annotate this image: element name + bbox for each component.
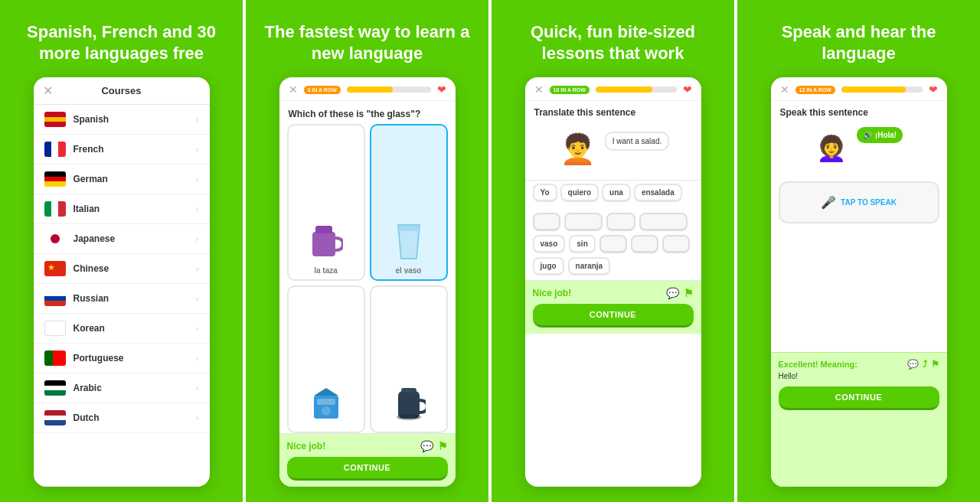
bank-chip-naranja[interactable]: naranja (568, 257, 611, 275)
bank-chip-ensalada[interactable]: ensalada (639, 213, 688, 231)
excellent-text-4: Excellent! Meaning: (779, 360, 858, 369)
continue-button-4[interactable]: CONTINUE (779, 386, 939, 410)
course-item-dutch[interactable]: Dutch › (34, 403, 210, 433)
phone-2: ✕ 3 IN A ROW ❤ Which of these is "the gl… (279, 77, 456, 487)
bank-chip-jugo[interactable]: jugo (533, 257, 564, 275)
progress-bar-3 (596, 86, 677, 93)
quiz-option-vaso[interactable]: el vaso (370, 124, 448, 281)
course-item-russian[interactable]: Russian › (34, 284, 210, 314)
speak-char-area-4: 👩‍🦱 🔊 ¡Hola! (771, 121, 947, 175)
course-item-french[interactable]: French › (34, 135, 210, 165)
nice-job-2: Nice job! 💬 ⚑ (287, 440, 448, 452)
panel-3: Quick, fun bite-sized lessons that work … (488, 0, 734, 502)
course-name-italian: Italian (74, 204, 196, 214)
streak-badge-2: 3 IN A ROW (304, 86, 341, 94)
course-item-japanese[interactable]: Japanese › (34, 224, 210, 254)
bubble-icon-4[interactable]: 💬 (907, 359, 919, 370)
course-name-japanese: Japanese (74, 233, 196, 244)
nice-job-3: Nice job! 💬 ⚑ (533, 287, 694, 299)
progress-bar-4 (841, 86, 923, 93)
bubble-icon-3[interactable]: 💬 (666, 287, 679, 299)
bottom-bar-2: Nice job! 💬 ⚑ CONTINUE (279, 433, 456, 487)
flag-arabic (44, 380, 66, 396)
course-name-french: French (74, 144, 196, 155)
bubble-icon-2[interactable]: 💬 (420, 440, 433, 452)
close-icon-3[interactable]: ✕ (534, 83, 544, 96)
course-list: Spanish › French › German › Italian › (34, 105, 210, 487)
flag-russian (44, 291, 66, 306)
close-icon-4[interactable]: ✕ (780, 83, 789, 96)
character-3: 🧑‍🦱 (557, 124, 599, 174)
course-name-spanish: Spanish (74, 114, 196, 125)
nice-job-icons-2: 💬 ⚑ (420, 440, 448, 452)
answer-chip-quiero[interactable]: quiero (560, 184, 599, 202)
panel-3-title: Quick, fun bite-sized lessons that work (507, 21, 719, 64)
progress-fill-2 (347, 86, 393, 93)
quiz-option-taza[interactable]: la taza (287, 124, 365, 281)
course-item-chinese[interactable]: Chinese › (34, 254, 210, 284)
svg-rect-2 (400, 225, 418, 231)
flag-dutch (44, 410, 66, 425)
course-item-portuguese[interactable]: Portuguese › (34, 344, 210, 373)
nice-job-text-2: Nice job! (287, 441, 326, 451)
flag-icon-4[interactable]: ⚑ (931, 359, 939, 370)
answer-chip-yo[interactable]: Yo (533, 184, 557, 202)
bank-chip-vaso[interactable]: vaso (533, 235, 566, 253)
continue-button-3[interactable]: CONTINUE (533, 304, 694, 328)
quiz-option-3[interactable] (287, 285, 365, 434)
svg-rect-0 (312, 232, 335, 256)
translate-top-4: ✕ 12 IN A ROW ❤ (771, 77, 947, 101)
bubble-text-4: ¡Hola! (875, 131, 897, 139)
chevron-icon-korean: › (196, 324, 199, 333)
course-item-german[interactable]: German › (34, 165, 210, 194)
flag-korean (44, 321, 66, 336)
bottom-bar-3: Nice job! 💬 ⚑ CONTINUE (525, 280, 701, 334)
bank-chip-yo[interactable]: Yo (533, 213, 560, 231)
svg-point-6 (322, 406, 331, 416)
bank-chip-una[interactable]: una (606, 213, 635, 231)
bank-chip-empty3[interactable] (662, 235, 690, 253)
panel-1: Spanish, French and 30 more languages fr… (0, 0, 243, 502)
course-name-korean: Korean (74, 323, 196, 334)
flag-portuguese (44, 350, 66, 366)
courses-title: Courses (101, 85, 141, 96)
quiz-options-2: la taza el vaso (279, 124, 456, 433)
quiz-option-4[interactable] (370, 285, 448, 434)
course-name-chinese: Chinese (74, 263, 196, 274)
flag-german (44, 171, 66, 187)
course-name-german: German (74, 174, 196, 184)
answer-chip-una[interactable]: una (602, 184, 631, 202)
bank-chip-sin[interactable]: sin (569, 235, 595, 253)
continue-button-2[interactable]: CONTINUE (287, 457, 448, 481)
word-bank-3: Yo quiero una ensalada vaso sin jugo nar… (525, 208, 701, 280)
phone-1: ✕ Courses Spanish › French › German › (34, 77, 210, 487)
chevron-icon-russian: › (196, 294, 199, 303)
chevron-icon-spanish: › (196, 115, 199, 124)
taza-label: la taza (314, 266, 338, 275)
progress-fill-4 (841, 86, 906, 93)
course-item-italian[interactable]: Italian › (34, 194, 210, 224)
close-icon-1[interactable]: ✕ (43, 83, 53, 98)
character-4: 👩‍🦱 (815, 127, 849, 169)
phone-1-header: ✕ Courses (34, 77, 210, 105)
speech-bubble-3: I want a salad. (605, 132, 669, 151)
speak-input-area-4[interactable]: 🎤 TAP TO SPEAK (779, 181, 939, 223)
answer-chip-ensalada[interactable]: ensalada (634, 184, 682, 202)
flag-icon-2[interactable]: ⚑ (438, 440, 448, 452)
svg-marker-4 (314, 388, 338, 396)
bank-chip-quiero[interactable]: quiero (564, 213, 603, 231)
close-icon-2[interactable]: ✕ (289, 83, 298, 96)
bank-chip-empty1[interactable] (599, 235, 627, 253)
panel-4-title: Speak and hear the language (753, 21, 965, 64)
bank-chip-empty2[interactable] (631, 235, 658, 253)
panel-1-title: Spanish, French and 30 more languages fr… (15, 21, 227, 64)
flag-italian (44, 201, 66, 217)
course-item-arabic[interactable]: Arabic › (34, 373, 210, 403)
nice-job-text-3: Nice job! (533, 288, 572, 298)
course-item-spanish[interactable]: Spanish › (34, 105, 210, 135)
course-item-korean[interactable]: Korean › (34, 314, 210, 344)
share-icon-4[interactable]: ⤴ (923, 359, 927, 370)
flag-japanese (44, 231, 66, 246)
flag-icon-3[interactable]: ⚑ (684, 287, 694, 299)
quiz-top-2: ✕ 3 IN A ROW ❤ (279, 77, 456, 101)
